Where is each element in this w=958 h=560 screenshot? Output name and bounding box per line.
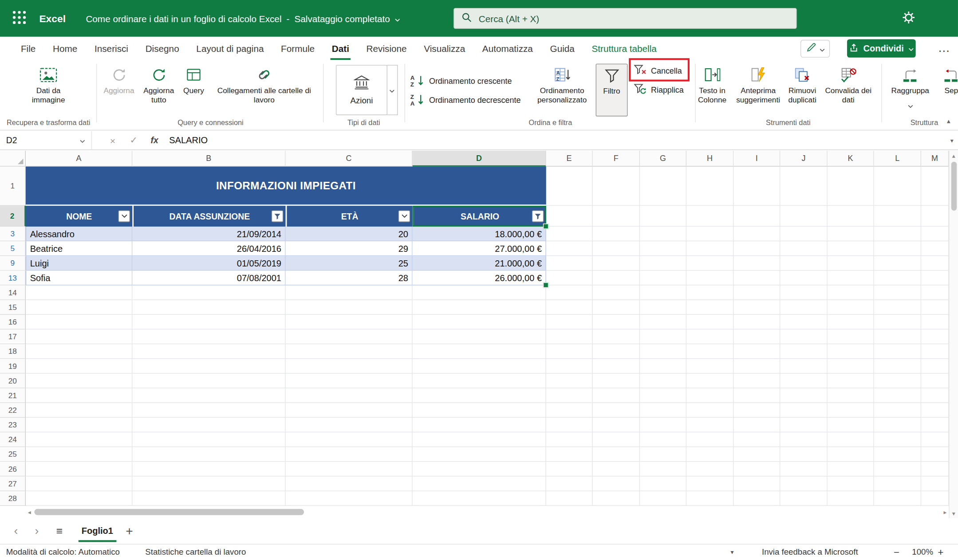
status-chevron-icon[interactable]: ▾ [731,544,734,560]
app-launcher-button[interactable] [8,8,31,30]
next-sheet-icon[interactable]: › [29,518,44,544]
table-cell-9-D[interactable]: 21.000,00 € [413,256,546,270]
column-header-C[interactable]: C [286,151,413,167]
row-header-25[interactable]: 25 [0,447,26,462]
sheet-tab-foglio1[interactable]: Foglio1 [76,518,118,544]
inking-mode-button[interactable] [800,40,830,58]
workbook-stats-status[interactable]: Statistiche cartella di lavoro [145,544,246,560]
row-header-22[interactable]: 22 [0,403,26,418]
collapse-ribbon-icon[interactable]: ▴ [947,117,950,125]
more-options-button[interactable]: … [934,38,954,58]
row-header-14[interactable]: 14 [0,286,26,300]
row-header-1[interactable]: 1 [0,167,26,206]
search-input[interactable] [477,12,789,24]
active-cell-D2[interactable] [413,206,546,227]
row-header-18[interactable]: 18 [0,344,26,359]
ordinamento-crescente-button[interactable]: AZ Ordinamento crescente [410,72,512,90]
column-header-M[interactable]: M [921,151,949,167]
row-header-28[interactable]: 28 [0,491,26,506]
table-cell-3-A[interactable]: Alessandro [26,227,132,241]
scroll-up-icon[interactable]: ▴ [950,152,958,160]
scroll-right-icon[interactable]: ▸ [942,508,949,516]
filter-applied-button[interactable] [272,210,283,222]
tab-file[interactable]: File [12,37,44,60]
tab-visualizza[interactable]: Visualizza [415,37,474,60]
dati-da-immagine-button[interactable]: Dati da immagine [11,64,86,117]
aggiorna-button[interactable]: Aggiorna [100,64,138,117]
insert-function-icon[interactable]: fx [146,131,163,149]
table-cell-5-B[interactable]: 26/04/2016 [132,241,285,256]
row-header-26[interactable]: 26 [0,462,26,477]
raggruppa-button[interactable]: Raggruppa [890,64,930,117]
tab-layout-di-pagina[interactable]: Layout di pagina [188,37,272,60]
azioni-gallery-button[interactable]: Azioni [336,65,387,115]
row-header-2[interactable]: 2 [0,206,26,227]
tab-dati[interactable]: Dati [323,37,358,60]
ordinamento-decrescente-button[interactable]: ZA Ordinamento decrescente [410,91,521,109]
row-header-5[interactable]: 5 [0,241,26,256]
row-header-19[interactable]: 19 [0,359,26,373]
column-header-I[interactable]: I [733,151,780,167]
prev-sheet-icon[interactable]: ‹ [8,518,23,544]
column-header-K[interactable]: K [828,151,874,167]
column-header-B[interactable]: B [132,151,285,167]
zoom-level[interactable]: 100% [912,544,933,560]
vertical-scrollbar[interactable]: ▴ ▾ [949,151,958,518]
convalida-dati-button[interactable]: Convalida dei dati [824,64,873,117]
cancel-entry-icon[interactable]: × [104,131,122,149]
row-header-24[interactable]: 24 [0,432,26,447]
tab-disegno[interactable]: Disegno [137,37,188,60]
row-header-27[interactable]: 27 [0,477,26,491]
document-title[interactable]: Come ordinare i dati in un foglio di cal… [86,0,400,37]
table-cell-5-D[interactable]: 27.000,00 € [413,241,546,256]
ordinamento-personalizzato-button[interactable]: AZ Ordinamento personalizzato [533,64,591,117]
fill-handle[interactable] [543,223,548,229]
table-cell-3-C[interactable]: 20 [286,227,413,241]
table-cell-5-A[interactable]: Beatrice [26,241,132,256]
table-resize-handle[interactable] [543,282,548,288]
column-header-L[interactable]: L [874,151,921,167]
column-header-J[interactable]: J [780,151,827,167]
scroll-left-icon[interactable]: ◂ [26,508,33,516]
anteprima-suggerimenti-button[interactable]: Anteprima suggerimenti [736,64,781,117]
column-header-H[interactable]: H [686,151,733,167]
calc-mode-status[interactable]: Modalità di calcolo: Automatico [6,544,120,560]
tab-automatizza[interactable]: Automatizza [474,37,542,60]
collegamenti-cartelle-button[interactable]: Collegamenti alle cartelle di lavoro [209,64,319,117]
rimuovi-duplicati-button[interactable]: Rimuovi duplicati [782,64,823,117]
tab-struttura-tabella[interactable]: Struttura tabella [583,37,665,60]
search-box[interactable] [453,8,797,29]
tab-revisione[interactable]: Revisione [358,37,415,60]
vertical-scroll-thumb[interactable] [951,162,957,211]
row-header-17[interactable]: 17 [0,329,26,344]
all-sheets-menu-icon[interactable]: ≡ [51,518,67,544]
table-cell-13-D[interactable]: 26.000,00 € [413,271,546,286]
separa-button[interactable]: Sep [934,64,958,117]
testo-in-colonne-button[interactable]: Testo in Colonne [691,64,733,117]
riapplica-filtro-button[interactable]: Riapplica [634,81,684,98]
row-header-20[interactable]: 20 [0,374,26,388]
confirm-entry-icon[interactable]: ✓ [125,131,142,149]
table-cell-9-A[interactable]: Luigi [26,256,132,270]
formula-input[interactable]: SALARIO [169,131,208,149]
zoom-in-button[interactable]: + [938,544,943,560]
table-cell-3-D[interactable]: 18.000,00 € [413,227,546,241]
select-all-corner[interactable] [0,151,26,167]
cancella-filtro-button[interactable]: Cancella [634,62,682,80]
horizontal-scroll-thumb[interactable] [34,509,304,515]
horizontal-scrollbar[interactable]: ◂ ▸ [26,507,949,517]
scroll-down-icon[interactable]: ▾ [950,509,958,517]
table-cell-13-A[interactable]: Sofia [26,271,132,286]
column-header-D[interactable]: D [413,151,546,167]
query-button[interactable]: Query [179,64,208,117]
table-header-data-assunzione[interactable]: DATA ASSUNZIONE [132,206,285,227]
table-cell-5-C[interactable]: 29 [286,241,413,256]
table-header-nome[interactable]: NOME [26,206,132,227]
tab-home[interactable]: Home [44,37,86,60]
column-header-E[interactable]: E [546,151,593,167]
azioni-dropdown-button[interactable] [387,65,398,115]
share-button[interactable]: Condividi [847,39,916,57]
table-header-età[interactable]: ETÀ [286,206,413,227]
filtro-button[interactable]: Filtro [596,64,628,117]
settings-button[interactable] [899,10,918,27]
